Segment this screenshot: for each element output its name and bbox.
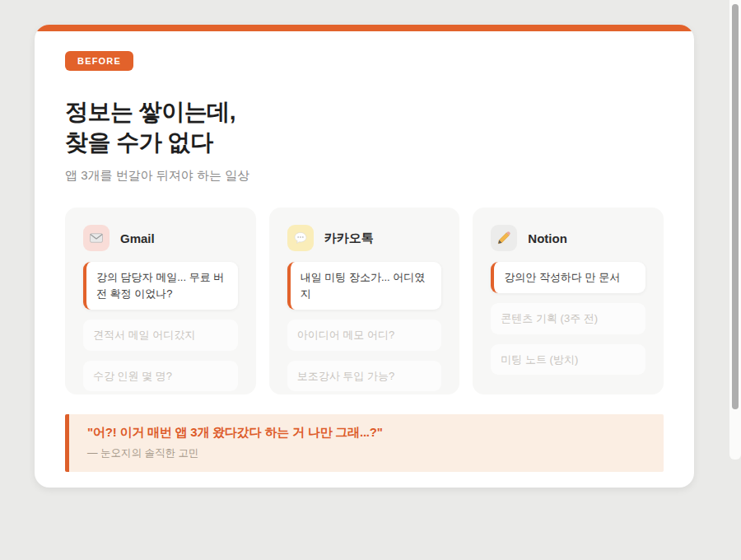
slide-subtitle: 앱 3개를 번갈아 뒤져야 하는 일상 [65, 168, 664, 184]
app-title: Notion [528, 231, 566, 245]
faded-note: 견적서 메일 어디갔지 [83, 320, 238, 351]
scrollbar-track[interactable] [729, 0, 741, 460]
faded-note: 아이디어 메모 어디? [287, 320, 442, 351]
faded-note: 콘텐츠 기획 (3주 전) [491, 303, 645, 334]
slide-title-line1: 정보는 쌓이는데, [65, 96, 664, 127]
highlight-note: 내일 미팅 장소가... 어디였지 [287, 262, 442, 310]
app-card-notion: Notion 강의안 작성하다 만 문서 콘텐츠 기획 (3주 전) 미팅 노트… [473, 208, 664, 394]
scrollbar-thumb[interactable] [732, 4, 739, 409]
app-card-kakaotalk: 카카오톡 내일 미팅 장소가... 어디였지 아이디어 메모 어디? 보조강사 … [269, 208, 460, 394]
slide-title: 정보는 쌓이는데, 찾을 수가 없다 [65, 96, 664, 157]
highlight-note: 강의안 작성하다 만 문서 [491, 262, 645, 293]
quote-box: "어?! 이거 매번 앱 3개 왔다갔다 하는 거 나만 그래...?" — 눈… [65, 414, 664, 472]
app-title: Gmail [120, 231, 155, 245]
faded-note: 수강 인원 몇 명? [83, 361, 238, 392]
slide-card: BEFORE 정보는 쌓이는데, 찾을 수가 없다 앱 3개를 번갈아 뒤져야 … [35, 25, 694, 488]
faded-note: 미팅 노트 (방치) [491, 344, 645, 376]
quote-attribution: — 눈오지의 솔직한 고민 [87, 446, 647, 460]
app-header: 카카오톡 [287, 225, 442, 251]
slide-title-line2: 찾을 수가 없다 [65, 127, 664, 157]
apps-row: Gmail 강의 담당자 메일... 무료 버전 확정 이었나? 견적서 메일 … [65, 208, 664, 394]
quote-text: "어?! 이거 매번 앱 3개 왔다갔다 하는 거 나만 그래...?" [87, 425, 647, 441]
envelope-icon [83, 225, 110, 251]
accent-bar [35, 25, 694, 31]
faded-note: 보조강사 투입 가능? [287, 361, 442, 392]
highlight-note: 강의 담당자 메일... 무료 버전 확정 이었나? [83, 262, 238, 310]
app-header: Notion [491, 225, 645, 251]
before-badge: BEFORE [65, 51, 133, 71]
app-header: Gmail [83, 225, 238, 251]
speech-bubble-icon [287, 225, 314, 251]
app-card-gmail: Gmail 강의 담당자 메일... 무료 버전 확정 이었나? 견적서 메일 … [65, 208, 256, 394]
app-title: 카카오톡 [324, 231, 374, 246]
pencil-icon [491, 225, 517, 251]
slide-content: BEFORE 정보는 쌓이는데, 찾을 수가 없다 앱 3개를 번갈아 뒤져야 … [35, 31, 694, 472]
